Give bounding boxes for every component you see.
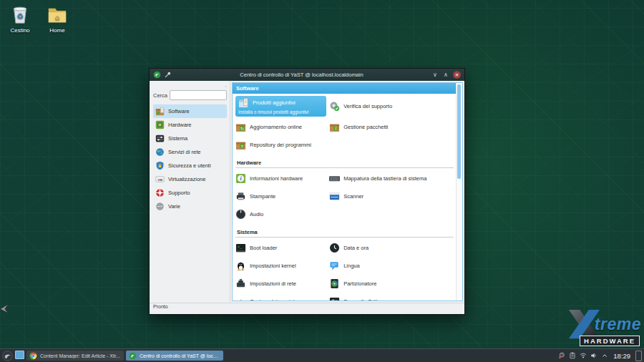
- taskbar-task[interactable]: Centro di controllo di YaST @ local...: [126, 351, 223, 361]
- module-item[interactable]: Mappatura della tastiera di sistema: [329, 170, 454, 187]
- clock[interactable]: 18:29: [613, 352, 630, 360]
- tray-icons: [558, 352, 608, 359]
- module-subtitle: Installa o rimuovi prodotti aggiuntivi: [238, 109, 323, 114]
- taskbar-task[interactable]: Content Manager: Edit Article - Xtr...: [26, 351, 124, 361]
- chrome-icon: [29, 352, 37, 360]
- module-item[interactable]: ↻Aggiornamento online: [235, 118, 329, 136]
- sidebar-item-rete[interactable]: Servizi di rete: [153, 145, 227, 159]
- module-label: Stampante: [250, 193, 275, 200]
- minimize-button[interactable]: ∨: [431, 71, 439, 79]
- scrollbar[interactable]: [456, 83, 462, 300]
- sysconfig-icon: [329, 296, 340, 300]
- module-item[interactable]: >_Boot loader: [235, 239, 329, 257]
- sidebar-item-supporto[interactable]: Supporto: [153, 186, 227, 200]
- module-item[interactable]: Repository dei programmi: [235, 136, 329, 154]
- sidebar-item-label: Sistema: [168, 135, 187, 142]
- module-item[interactable]: Partizionatore: [329, 275, 454, 293]
- sidebar-item-virtualizzazione[interactable]: VMVirtualizzazione: [153, 172, 227, 186]
- system-tray: 18:29: [558, 351, 642, 361]
- tray-updates-icon[interactable]: [558, 352, 565, 359]
- partitioner-icon: [329, 278, 340, 289]
- tray-expand-icon[interactable]: [601, 352, 608, 359]
- language-icon: [329, 260, 340, 271]
- module-label: Aggiornamento online: [250, 124, 302, 130]
- mouse-cursor: [0, 303, 10, 314]
- module-item[interactable]: Lingua: [329, 257, 454, 275]
- section-items: iInformazioni hardwareMappatura della ta…: [233, 169, 457, 223]
- section-header: Software: [233, 83, 457, 94]
- yast-icon: [129, 352, 137, 360]
- sistema-icon: [155, 134, 165, 143]
- keyboard-icon: [329, 173, 340, 184]
- packages-icon: 2: [329, 122, 340, 132]
- close-button[interactable]: ✕: [453, 71, 461, 79]
- module-label: Lingua: [343, 263, 360, 269]
- module-label: Impostazioni di rete: [250, 280, 296, 287]
- sidebar-item-sistema[interactable]: Sistema: [153, 132, 227, 145]
- home-icon: ⌂: [47, 4, 68, 26]
- sidebar-options-icon[interactable]: ◦: [225, 84, 227, 89]
- category-list: SoftwareHardwareSistemaServizi di reteSi…: [153, 104, 227, 300]
- sidebar-item-software[interactable]: Software: [153, 104, 227, 118]
- module-item[interactable]: Impostazioni kernel: [235, 257, 329, 275]
- search-label: Cerca: [153, 92, 167, 99]
- module-label: Impostazioni kernel: [250, 263, 296, 269]
- xtremehardware-logo: treme HARDWARE: [567, 308, 641, 346]
- svg-text:2: 2: [335, 127, 337, 130]
- yast-app-icon: [153, 71, 161, 79]
- module-label: Audio: [250, 211, 263, 217]
- module-item[interactable]: Data e ora: [329, 239, 454, 257]
- search-input[interactable]: [170, 90, 227, 100]
- tray-wifi-icon[interactable]: [580, 352, 587, 359]
- sidebar-item-hardware[interactable]: Hardware: [153, 118, 227, 132]
- kernel-icon: [235, 260, 246, 271]
- window-body: ◦ Cerca SoftwareHardwareSistemaServizi d…: [150, 81, 464, 303]
- audio-icon: [235, 209, 246, 220]
- rete-icon: [155, 147, 165, 157]
- module-label: Prodotti aggiuntivi: [253, 99, 296, 106]
- status-bar: Pronto: [150, 303, 464, 314]
- main-panel: SoftwareProdotti aggiuntiviInstalla o ri…: [232, 82, 463, 301]
- sidebar-item-label: Hardware: [168, 122, 192, 128]
- pin-icon[interactable]: [164, 71, 172, 79]
- module-item[interactable]: Audio: [235, 205, 329, 223]
- maximize-button[interactable]: ∧: [441, 71, 450, 79]
- svg-text:VM: VM: [157, 178, 162, 182]
- desktop-icon-cestino[interactable]: ♻Cestino: [1, 4, 39, 34]
- module-item[interactable]: Stampante: [235, 187, 329, 205]
- module-item[interactable]: Scanner: [329, 187, 454, 205]
- module-item-selected[interactable]: Prodotti aggiuntiviInstalla o rimuovi pr…: [235, 96, 326, 117]
- module-item[interactable]: Sysconfig Editor: [329, 293, 454, 300]
- task-label: Centro di controllo di YaST @ local...: [140, 353, 220, 358]
- taskbar: Content Manager: Edit Article - Xtr...Ce…: [0, 348, 644, 362]
- module-label: Mappatura della tastiera di sistema: [343, 175, 426, 182]
- hardware-icon: [155, 120, 165, 129]
- module-item[interactable]: Verifica del supporto: [329, 94, 454, 118]
- addon-icon: [238, 97, 249, 108]
- module-item[interactable]: 2Gestione pacchetti: [329, 118, 454, 136]
- printer-icon: [235, 191, 246, 202]
- task-list: Content Manager: Edit Article - Xtr...Ce…: [26, 351, 223, 361]
- services-icon: [235, 296, 246, 300]
- software-icon: [155, 107, 165, 116]
- logo-treme-text: treme: [595, 315, 641, 334]
- module-item[interactable]: Impostazioni di rete: [235, 275, 329, 293]
- app-launcher-icon[interactable]: [2, 351, 13, 361]
- sidebar-item-sicurezza[interactable]: Sicurezza e utenti: [153, 159, 227, 172]
- online-update-icon: ↻: [235, 122, 246, 132]
- tray-clipboard-icon[interactable]: [569, 352, 576, 359]
- desktop-pager[interactable]: [15, 351, 24, 361]
- window-titlebar[interactable]: Centro di controllo di YaST @ localhost.…: [150, 69, 464, 81]
- pager-desktop-1[interactable]: [15, 351, 24, 359]
- svg-text:♻: ♻: [16, 12, 23, 20]
- desktop-icon-home[interactable]: ⌂Home: [39, 4, 76, 34]
- tray-volume-icon[interactable]: [590, 352, 597, 359]
- module-item[interactable]: iInformazioni hardware: [235, 170, 329, 187]
- trash-icon: ♻: [9, 4, 31, 26]
- sidebar-item-varie[interactable]: Varie: [153, 200, 227, 213]
- desktop-icon-label: Cestino: [1, 27, 39, 34]
- module-item[interactable]: Gestore dei servizi: [235, 293, 329, 300]
- show-desktop-button[interactable]: [635, 351, 642, 361]
- svg-text:>_: >_: [238, 245, 243, 250]
- scrollbar-thumb[interactable]: [457, 84, 461, 179]
